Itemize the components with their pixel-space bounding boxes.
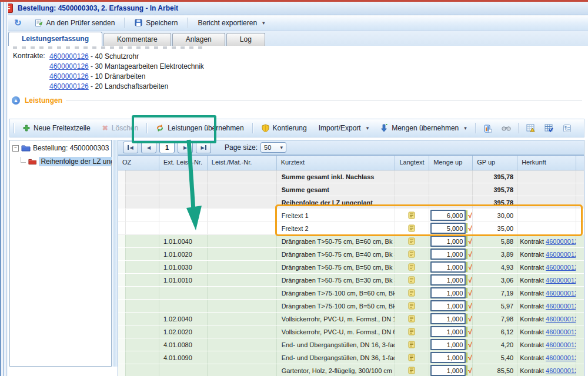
tree-item-reihenfolge[interactable]: Reihenfolge der LZ ungep xyxy=(18,157,116,166)
cell-ext: 1.01.0040 xyxy=(159,235,208,247)
tab-leistungserfassung[interactable]: Leistungserfassung xyxy=(8,32,102,46)
grid-warning-button[interactable] xyxy=(524,123,537,134)
menge-input[interactable] xyxy=(430,223,466,234)
formula-icon[interactable]: √x xyxy=(468,341,473,348)
formula-icon[interactable]: √x xyxy=(468,212,473,219)
cell-fill xyxy=(576,183,584,196)
langtext-note-icon[interactable] xyxy=(408,302,416,310)
send-to-reviewer-button[interactable]: An den Prüfer senden xyxy=(31,18,119,28)
tab-kommentare[interactable]: Kommentare xyxy=(103,33,171,46)
formula-icon[interactable]: √x xyxy=(468,290,473,297)
menge-input[interactable] xyxy=(430,236,466,247)
menge-input[interactable] xyxy=(430,274,466,286)
menge-input[interactable] xyxy=(430,210,466,221)
page-size-select[interactable]: 50 ▾ xyxy=(260,142,286,153)
langtext-note-icon[interactable] xyxy=(408,367,416,374)
grid-check-icon xyxy=(544,124,553,133)
kontrakt-link[interactable]: 4600000126 xyxy=(49,52,89,61)
take-services-button[interactable]: Leistungen übernehmen xyxy=(152,122,247,134)
tab-log[interactable]: Log xyxy=(226,33,265,46)
langtext-note-icon[interactable] xyxy=(408,328,416,335)
langtext-note-icon[interactable] xyxy=(408,224,416,232)
langtext-note-icon[interactable] xyxy=(408,354,416,361)
langtext-note-icon[interactable] xyxy=(408,212,416,219)
next-page-button[interactable]: ▶ xyxy=(178,142,193,153)
menge-input[interactable] xyxy=(430,261,466,273)
tree-view-button[interactable] xyxy=(560,123,574,134)
tree-item-bestellung[interactable]: − Bestellung: 4500000303 xyxy=(12,144,110,152)
cell-kurz: End- und Übergangstüllen, DN 16, 3-fach xyxy=(277,338,396,351)
panel-splitter[interactable] xyxy=(112,140,118,367)
herkunft-kontrakt-link[interactable]: 4600000126 xyxy=(546,313,576,325)
menge-input[interactable] xyxy=(430,365,466,376)
menge-input[interactable] xyxy=(430,352,466,363)
formula-icon[interactable]: √x xyxy=(468,367,473,374)
tree-collapse-icon[interactable]: − xyxy=(12,145,19,152)
herkunft-kontrakt-link[interactable]: 4600000126 xyxy=(546,274,576,286)
menge-input[interactable] xyxy=(430,339,466,350)
formula-icon[interactable]: √x xyxy=(468,303,473,310)
kontrakte-label: Kontrakte: xyxy=(13,52,45,60)
cell-gp: 4,20 xyxy=(473,338,517,351)
menge-input[interactable] xyxy=(430,249,466,260)
export-report-button[interactable]: Bericht exportieren ▾ xyxy=(194,18,268,28)
langtext-note-icon[interactable] xyxy=(408,250,416,258)
cell-fill xyxy=(576,325,584,338)
refresh-button[interactable]: ↻ xyxy=(11,18,25,28)
import-export-button[interactable]: Import/Export ▾ xyxy=(315,122,373,134)
langtext-note-icon[interactable] xyxy=(408,237,416,245)
formula-icon[interactable]: √x xyxy=(468,225,473,232)
formula-icon[interactable]: √x xyxy=(468,251,473,258)
herkunft-kontrakt-link[interactable]: 4600000126 xyxy=(546,326,576,338)
langtext-note-icon[interactable] xyxy=(408,341,416,348)
kontrakt-link[interactable]: 4600000126 xyxy=(49,72,89,80)
herkunft-kontrakt-link[interactable]: 4600000126 xyxy=(546,261,576,273)
herkunft-kontrakt-link[interactable]: 4600000126 xyxy=(546,236,576,247)
formula-icon[interactable]: √x xyxy=(468,315,473,323)
cell-lang xyxy=(395,325,429,338)
cell-kurz: Drängraben T>75-100 cm, B=50 cm, Bk 3/4 xyxy=(277,300,396,312)
formula-icon[interactable]: √x xyxy=(468,328,473,335)
new-freetext-row-button[interactable]: Neue Freitextzeile xyxy=(19,122,94,134)
menge-input[interactable] xyxy=(430,326,466,337)
cell-oz xyxy=(126,300,159,312)
binoculars-button[interactable] xyxy=(499,123,513,133)
grid-check-button[interactable] xyxy=(542,123,556,134)
table-row: 1.01.0040Drängraben T>50-75 cm, B=60 cm,… xyxy=(118,235,584,248)
langtext-note-icon[interactable] xyxy=(408,315,416,323)
langtext-note-icon[interactable] xyxy=(408,276,416,284)
herkunft-kontrakt-link[interactable]: 4600000126 xyxy=(546,365,576,376)
herkunft-kontrakt-link[interactable]: 4600000126 xyxy=(546,352,576,364)
herkunft-kontrakt-link[interactable]: 4600000126 xyxy=(546,249,576,260)
delete-button[interactable]: ✖ Löschen xyxy=(99,122,142,134)
copy-report-button[interactable] xyxy=(481,123,495,134)
last-page-button[interactable]: ▶ xyxy=(196,142,211,153)
formula-icon[interactable]: √x xyxy=(468,238,473,245)
kontierung-button[interactable]: Kontierung xyxy=(258,122,310,134)
cell-sel xyxy=(118,313,126,325)
herkunft-kontrakt-link[interactable]: 4600000126 xyxy=(546,339,576,351)
langtext-note-icon[interactable] xyxy=(408,289,416,297)
formula-icon[interactable]: √x xyxy=(468,277,473,284)
cell-kurz: Freitext 2 xyxy=(277,222,396,234)
herkunft-kontrakt-link[interactable]: 4600000126 xyxy=(546,300,576,312)
save-button[interactable]: Speichern xyxy=(131,18,181,28)
menge-input[interactable] xyxy=(430,313,466,324)
kontrakt-link[interactable]: 4600000126 xyxy=(49,82,89,90)
formula-icon[interactable]: √x xyxy=(468,354,473,361)
collapse-up-icon[interactable]: ▲ xyxy=(12,96,20,105)
menge-input[interactable] xyxy=(430,287,466,298)
take-quantities-button[interactable]: Mengen übernehmen ▾ xyxy=(377,122,470,134)
formula-icon[interactable]: √x xyxy=(468,264,473,271)
cell-oz xyxy=(126,287,159,299)
current-page-button[interactable]: 1 xyxy=(159,142,175,153)
first-page-button[interactable]: ◀ xyxy=(123,142,138,153)
tab-anlagen[interactable]: Anlagen xyxy=(172,33,225,46)
menge-input[interactable] xyxy=(430,300,466,311)
kontrakt-link[interactable]: 4600000126 xyxy=(49,62,89,70)
langtext-note-icon[interactable] xyxy=(408,263,416,271)
previous-page-button[interactable]: ◀ xyxy=(141,142,156,153)
herkunft-kontrakt-link[interactable]: 4600000126 xyxy=(546,287,576,299)
cell-sel xyxy=(118,222,126,234)
cell-kurz: Drängraben T>50-75 cm, B=30 cm, Bk 3/4 xyxy=(277,274,396,286)
